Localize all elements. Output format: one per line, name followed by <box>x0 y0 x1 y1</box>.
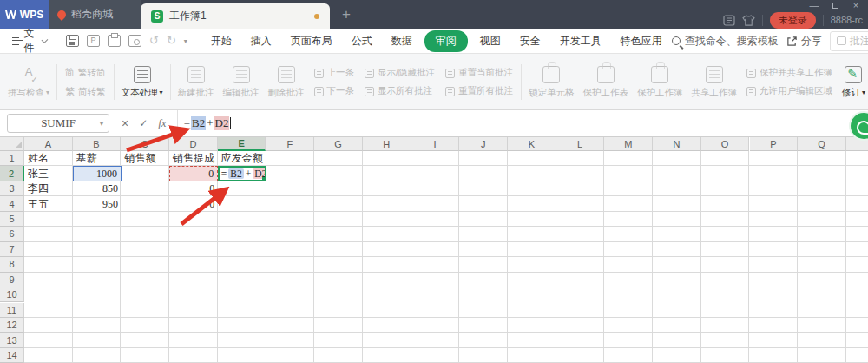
grid-cell-D4[interactable]: 0 <box>169 196 218 212</box>
row-header-4[interactable]: 4 <box>0 196 24 211</box>
row-header-13[interactable]: 13 <box>0 333 24 347</box>
ribbon-button-重置当前批注[interactable]: 重置当前批注 <box>445 67 513 79</box>
insert-function-icon[interactable]: fx <box>158 116 166 130</box>
menu-tab-视图[interactable]: 视图 <box>470 30 510 52</box>
redo-icon[interactable]: ↻ <box>167 35 176 47</box>
row-header-3[interactable]: 3 <box>0 182 24 196</box>
ribbon-button-重置所有批注[interactable]: 重置所有批注 <box>445 85 513 97</box>
row-header-10[interactable]: 10 <box>0 287 24 302</box>
menu-tab-数据[interactable]: 数据 <box>382 30 422 52</box>
row-header-12[interactable]: 12 <box>0 318 24 333</box>
ribbon-button-文本处理[interactable]: 文本处理▾ <box>117 56 168 108</box>
column-header-H[interactable]: H <box>363 137 411 151</box>
ribbon-button-删除批注[interactable]: 删除批注 <box>264 56 309 108</box>
ribbon-button-简转繁[interactable]: 繁简转繁 <box>65 85 106 98</box>
grid-cell-D1[interactable]: 销售提成 <box>169 151 218 167</box>
column-header-B[interactable]: B <box>73 137 122 151</box>
search-command-box[interactable]: 查找命令、搜索模板 <box>672 34 779 49</box>
row-header-14[interactable]: 14 <box>0 348 24 363</box>
column-header-E[interactable]: E <box>218 137 266 151</box>
column-header-J[interactable]: J <box>459 137 508 151</box>
column-header-D[interactable]: D <box>169 137 218 151</box>
column-header-I[interactable]: I <box>411 137 460 151</box>
ribbon-button-下一条[interactable]: 下一条 <box>314 85 355 97</box>
minimize-button[interactable]: — <box>804 0 825 11</box>
column-header-F[interactable]: F <box>266 137 315 151</box>
name-box[interactable]: SUMIF ▾ <box>7 114 109 133</box>
row-header-7[interactable]: 7 <box>0 242 24 257</box>
row-header-5[interactable]: 5 <box>0 212 24 227</box>
undo-icon[interactable]: ↺ <box>149 35 159 47</box>
menu-tab-页面布局[interactable]: 页面布局 <box>281 30 342 52</box>
maximize-button[interactable] <box>825 0 845 11</box>
ribbon-button-共享工作簿[interactable]: 共享工作簿 <box>687 56 741 108</box>
menu-tab-开始[interactable]: 开始 <box>201 30 241 52</box>
column-header-L[interactable]: L <box>556 137 605 151</box>
template-icon[interactable] <box>723 15 735 26</box>
column-header-N[interactable]: N <box>653 137 701 151</box>
grid-cell-B2[interactable]: 1000 <box>73 166 122 182</box>
new-tab-button[interactable]: + <box>330 0 363 29</box>
grid-cell-A1[interactable]: 姓名 <box>24 151 73 167</box>
column-header-C[interactable]: C <box>121 137 169 151</box>
grid-cell-E1[interactable]: 应发金额 <box>218 151 266 167</box>
account-id[interactable]: 8888-rc <box>831 15 863 25</box>
column-header-P[interactable]: P <box>750 137 799 151</box>
skin-icon[interactable] <box>742 15 755 26</box>
customize-toolbar-icon[interactable]: ▾ <box>184 37 187 45</box>
grid-cell-D3[interactable]: 0 <box>169 182 218 197</box>
confirm-entry-icon[interactable]: ✓ <box>139 117 148 129</box>
grid-cell-A3[interactable]: 李四 <box>24 182 73 197</box>
ribbon-button-保护工作簿[interactable]: 保护工作簿 <box>633 56 687 108</box>
ribbon-button-上一条[interactable]: 上一条 <box>314 67 355 79</box>
row-header-11[interactable]: 11 <box>0 303 24 318</box>
ribbon-button-保护工作表[interactable]: 保护工作表 <box>578 56 633 108</box>
tab-workbook1[interactable]: S 工作簿1 <box>141 3 330 29</box>
ribbon-button-新建批注[interactable]: 新建批注 <box>174 56 219 108</box>
print-preview-icon[interactable] <box>128 35 141 47</box>
ribbon-button-保护并共享工作簿[interactable]: 保护并共享工作簿 <box>746 67 832 79</box>
share-button[interactable]: 分享 <box>786 34 822 49</box>
ribbon-button-繁转简[interactable]: 简繁转简 <box>65 66 106 79</box>
menu-tab-开发工具[interactable]: 开发工具 <box>550 30 611 52</box>
column-header-K[interactable]: K <box>508 137 556 151</box>
select-all-corner[interactable] <box>0 137 24 151</box>
row-header-1[interactable]: 1 <box>0 151 24 166</box>
grid-cell-B1[interactable]: 基薪 <box>73 151 122 167</box>
grid-cell-C1[interactable]: 销售额 <box>121 151 169 167</box>
grid-cell-D2[interactable]: 0 <box>169 166 218 182</box>
ribbon-button-修订[interactable]: 修订▾ <box>838 56 868 108</box>
row-header-8[interactable]: 8 <box>0 257 24 272</box>
grid-cell-B4[interactable]: 950 <box>73 196 122 212</box>
file-menu-button[interactable]: 文件 <box>5 26 54 56</box>
menu-tab-公式[interactable]: 公式 <box>342 30 382 52</box>
ribbon-button-允许用户编辑区域[interactable]: 允许用户编辑区域 <box>746 85 832 97</box>
formula-input[interactable]: =B2+D2 <box>177 110 868 136</box>
cancel-entry-icon[interactable]: × <box>122 116 128 130</box>
ribbon-button-显示所有批注[interactable]: 显示所有批注 <box>365 85 435 97</box>
column-header-Q[interactable]: Q <box>798 137 846 151</box>
grid-cell-E2-editing[interactable]: =B2+D2 <box>218 166 266 182</box>
grid-cell-A2[interactable]: 张三 <box>24 166 73 182</box>
ribbon-button-显示/隐藏批注[interactable]: 显示/隐藏批注 <box>365 67 435 79</box>
ribbon-button-拼写检查[interactable]: A拼写检查▾ <box>3 56 54 108</box>
wps-logo[interactable]: WPS <box>0 0 49 29</box>
column-header-A[interactable]: A <box>24 137 73 151</box>
row-header-9[interactable]: 9 <box>0 273 24 287</box>
export-pdf-icon[interactable]: P <box>87 35 100 47</box>
save-icon[interactable] <box>66 35 79 47</box>
menu-tab-插入[interactable]: 插入 <box>241 30 281 52</box>
menu-tab-审阅[interactable]: 审阅 <box>424 30 468 52</box>
row-header-2[interactable]: 2 <box>0 166 24 181</box>
close-button[interactable]: × <box>845 0 866 11</box>
column-header-O[interactable]: O <box>701 137 750 151</box>
column-header-M[interactable]: M <box>604 137 653 151</box>
column-header-G[interactable]: G <box>314 137 363 151</box>
login-button[interactable]: 未登录 <box>770 12 816 29</box>
ribbon-button-编辑批注[interactable]: 编辑批注 <box>219 56 264 108</box>
tab-docer-store[interactable]: 稻壳商城 <box>49 0 141 29</box>
comment-button[interactable]: 批注 ▾ <box>830 31 868 51</box>
row-header-6[interactable]: 6 <box>0 227 24 241</box>
print-icon[interactable] <box>108 35 121 47</box>
menu-tab-安全[interactable]: 安全 <box>510 30 550 52</box>
